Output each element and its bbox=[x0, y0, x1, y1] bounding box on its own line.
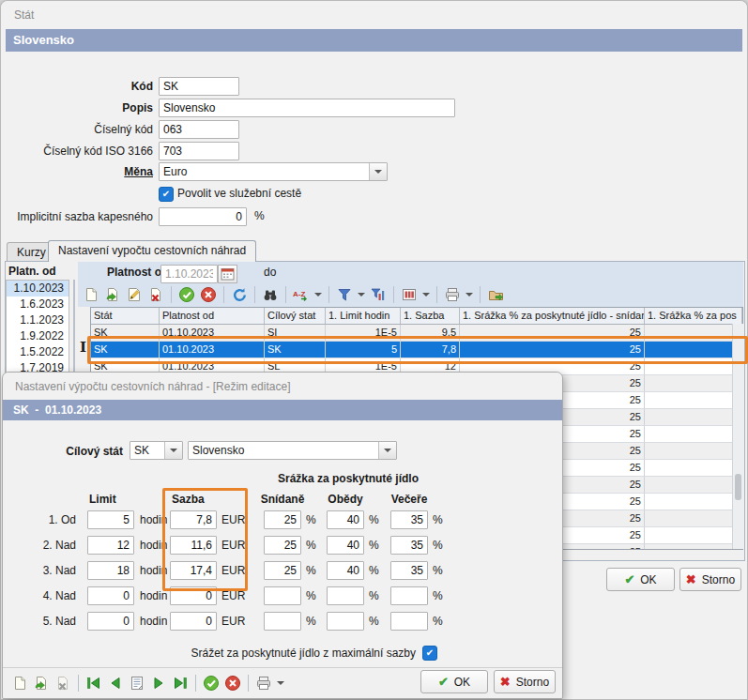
povolit-checkbox[interactable]: ✔ bbox=[159, 187, 174, 202]
chevron-down-icon[interactable] bbox=[421, 285, 431, 304]
snidane-input[interactable] bbox=[264, 586, 301, 605]
next-record-icon[interactable] bbox=[149, 674, 168, 692]
cancel-icon[interactable] bbox=[223, 674, 242, 692]
window-titlebar[interactable]: Stát bbox=[1, 1, 747, 29]
obedy-input[interactable] bbox=[327, 536, 364, 555]
refresh-icon[interactable] bbox=[230, 285, 249, 304]
vecere-input[interactable] bbox=[390, 510, 428, 529]
export-icon[interactable] bbox=[486, 285, 505, 304]
chevron-down-icon[interactable] bbox=[465, 285, 474, 304]
last-record-icon[interactable] bbox=[171, 674, 190, 692]
apply-icon[interactable] bbox=[202, 674, 221, 692]
edit-icon[interactable] bbox=[125, 285, 144, 304]
mena-label[interactable]: Měna bbox=[1, 162, 153, 181]
print-icon[interactable] bbox=[254, 674, 273, 692]
sazba-input[interactable] bbox=[170, 586, 217, 605]
limit-input[interactable] bbox=[87, 586, 134, 605]
vertical-scrollbar[interactable] bbox=[732, 324, 743, 549]
obedy-input[interactable] bbox=[327, 510, 364, 529]
column-header[interactable]: 1. Srážka % za poskytnuté jídlo - snídan… bbox=[460, 308, 645, 324]
vecere-input[interactable] bbox=[390, 612, 428, 631]
chevron-down-icon[interactable] bbox=[164, 442, 182, 459]
rate-row: 4. NadhodinEUR%%% bbox=[3, 586, 562, 605]
sazba-kapesne-input[interactable] bbox=[159, 207, 247, 226]
vecere-input[interactable] bbox=[390, 561, 428, 580]
tab-nastaveni-nahrad[interactable]: Nastavení vypočtu cestovních náhrad bbox=[48, 240, 256, 262]
list-item[interactable]: 1.9.2022 bbox=[7, 328, 69, 344]
find-icon[interactable] bbox=[261, 285, 280, 304]
column-header[interactable]: 1. Limit hodin bbox=[326, 308, 401, 324]
limit-input[interactable] bbox=[87, 612, 134, 631]
sazba-input[interactable] bbox=[170, 536, 217, 555]
kod-input[interactable] bbox=[159, 77, 239, 96]
platnost-od-input[interactable] bbox=[160, 265, 218, 283]
limit-input[interactable] bbox=[87, 536, 134, 555]
column-header[interactable]: 1. Srážka % za pos bbox=[645, 308, 742, 324]
delete-icon[interactable] bbox=[146, 285, 165, 304]
list-item[interactable]: 1.10.2023 bbox=[7, 281, 69, 297]
snidane-input[interactable] bbox=[264, 510, 301, 529]
filter-settings-icon[interactable] bbox=[369, 285, 388, 304]
snidane-input[interactable] bbox=[264, 612, 301, 631]
popis-input[interactable] bbox=[159, 99, 455, 117]
chevron-down-icon[interactable] bbox=[357, 285, 366, 304]
vecere-input[interactable] bbox=[390, 586, 428, 605]
chevron-down-icon[interactable] bbox=[313, 285, 323, 304]
ciselny-kod-input[interactable] bbox=[159, 120, 239, 139]
dialog-ok-button[interactable]: ✔ OK bbox=[420, 670, 488, 693]
mena-combo[interactable]: Euro bbox=[159, 162, 388, 181]
table-row[interactable]: SK01.10.2023SK57,825 bbox=[91, 342, 742, 358]
dialog-storno-button[interactable]: ✖ Storno bbox=[494, 670, 556, 693]
columns-icon[interactable] bbox=[400, 285, 419, 304]
obedy-input[interactable] bbox=[327, 586, 364, 605]
povolit-label: Povolit ve služební cestě bbox=[177, 186, 301, 201]
sort-az-icon[interactable]: A-Z bbox=[292, 285, 311, 304]
iso-input[interactable] bbox=[159, 142, 239, 160]
column-header[interactable]: Platnost od bbox=[160, 308, 265, 324]
first-record-icon[interactable] bbox=[84, 674, 103, 692]
chevron-down-icon[interactable] bbox=[378, 442, 396, 459]
iso-label: Číselný kód ISO 3166 bbox=[1, 142, 153, 160]
storno-button[interactable]: ✖ Storno bbox=[679, 568, 741, 591]
scrollbar-thumb[interactable] bbox=[735, 474, 741, 500]
new-icon[interactable] bbox=[10, 674, 29, 692]
rate-rows: 1. OdhodinEUR%%%2. NadhodinEUR%%%3. Nadh… bbox=[3, 510, 562, 637]
delete-icon[interactable] bbox=[53, 674, 72, 692]
sazba-input[interactable] bbox=[170, 510, 217, 529]
record-list-icon[interactable] bbox=[128, 674, 146, 692]
filter-icon[interactable] bbox=[335, 285, 354, 304]
limit-input[interactable] bbox=[87, 510, 134, 529]
sazba-input[interactable] bbox=[170, 612, 217, 631]
snidane-input[interactable] bbox=[264, 561, 301, 580]
dialog-titlebar[interactable]: Nastavení výpočtu cestovních náhrad - [R… bbox=[3, 373, 562, 400]
list-item[interactable]: 1.6.2023 bbox=[7, 297, 69, 312]
obedy-input[interactable] bbox=[327, 561, 364, 580]
new-icon[interactable] bbox=[82, 285, 100, 304]
import-icon[interactable] bbox=[32, 674, 51, 692]
prev-record-icon[interactable] bbox=[106, 674, 125, 692]
snidane-input[interactable] bbox=[264, 536, 301, 555]
print-icon[interactable] bbox=[443, 285, 462, 304]
chevron-down-icon[interactable] bbox=[276, 674, 285, 692]
cilovy-stat-name-combo[interactable]: Slovensko bbox=[188, 441, 397, 460]
list-item[interactable]: 1.1.2023 bbox=[7, 312, 69, 328]
srazet-checkbox[interactable]: ✔ bbox=[422, 646, 437, 661]
import-icon[interactable] bbox=[103, 285, 122, 304]
chevron-down-icon[interactable] bbox=[369, 163, 387, 180]
column-header[interactable]: 1. Sazba bbox=[401, 308, 460, 324]
table-row[interactable]: SK01.10.2023SI1E-59,525 bbox=[91, 325, 742, 342]
sazba-input[interactable] bbox=[170, 561, 217, 580]
calendar-icon[interactable] bbox=[218, 265, 237, 283]
ok-button[interactable]: ✔ OK bbox=[606, 568, 675, 591]
cilovy-stat-code-combo[interactable]: SK bbox=[130, 441, 183, 460]
column-header[interactable]: Cílový stat bbox=[265, 308, 326, 324]
column-header[interactable]: Stát bbox=[91, 308, 160, 324]
percent-unit: % bbox=[369, 589, 380, 602]
cancel-icon[interactable] bbox=[199, 285, 218, 304]
vecere-input[interactable] bbox=[390, 536, 428, 555]
limit-input[interactable] bbox=[87, 561, 134, 580]
apply-icon[interactable] bbox=[177, 285, 196, 304]
do-label: do bbox=[264, 266, 276, 279]
obedy-input[interactable] bbox=[327, 612, 364, 631]
list-item[interactable]: 1.5.2022 bbox=[7, 344, 69, 360]
